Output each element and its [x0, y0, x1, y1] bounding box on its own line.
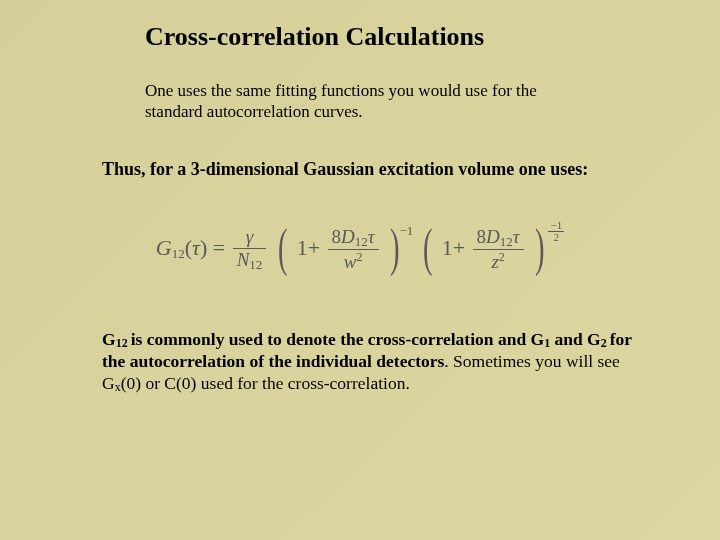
formula-block: G12(τ) = γ N12 ( 1+ 8D12τ w2 )−1 ( 1+ 8D…: [40, 220, 680, 279]
notes-paragraph: G12 is commonly used to denote the cross…: [102, 329, 640, 395]
formula: G12(τ) = γ N12 ( 1+ 8D12τ w2 )−1 ( 1+ 8D…: [156, 235, 564, 260]
intro-paragraph: One uses the same fitting functions you …: [145, 80, 545, 123]
slide: Cross-correlation Calculations One uses …: [0, 0, 720, 540]
subheading: Thus, for a 3-dimensional Gaussian excit…: [102, 159, 680, 180]
page-title: Cross-correlation Calculations: [145, 22, 680, 52]
